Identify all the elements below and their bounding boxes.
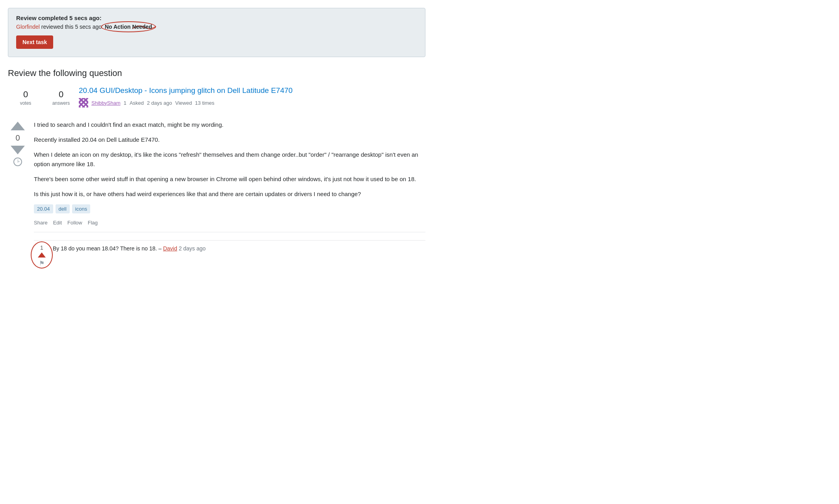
tags-container: 20.04dellicons (34, 204, 425, 213)
question-meta: ShibbySham 1 Asked 2 days ago Viewed 13 … (79, 98, 425, 107)
comment-vote-area: 1 ⚑ (34, 245, 50, 267)
post-vote-sidebar: 0 (8, 120, 28, 271)
comment-vote-count: 1 (40, 245, 43, 251)
post-para-3: When I delete an icon on my desktop, it'… (34, 150, 425, 169)
post-para-4: There's been some other weird stuff in t… (34, 174, 425, 184)
downvote-button[interactable] (11, 146, 25, 154)
question-block: 0 votes 0 answers 20.04 GUI/Desktop - Ic… (8, 86, 425, 114)
rep-number: 1 (124, 100, 126, 106)
asked-time: 2 days ago (147, 100, 172, 106)
votes-label: votes (20, 100, 32, 106)
viewed-label: Viewed (175, 100, 192, 106)
section-title: Review the following question (8, 68, 425, 78)
post-para-5: Is this just how it is, or have others h… (34, 189, 425, 199)
flag-link[interactable]: Flag (88, 220, 98, 226)
reviewer-name[interactable]: Glorfindel (16, 24, 40, 30)
share-link[interactable]: Share (34, 220, 48, 226)
comment-author[interactable]: David (163, 245, 177, 252)
review-line: Glorfindel reviewed this 5 secs ago: No … (16, 24, 417, 30)
no-action-needed-badge: No Action Needed (105, 24, 152, 30)
review-banner: Review completed 5 secs ago: Glorfindel … (8, 8, 425, 57)
comment-flag-button[interactable]: ⚑ (38, 259, 46, 267)
answers-label: answers (52, 100, 70, 106)
post-row: 0 I tried to search and I couldn't find … (8, 120, 425, 271)
post-para-1: I tried to search and I couldn't find an… (34, 120, 425, 130)
upvote-button[interactable] (11, 122, 25, 130)
post-para-2: Recently installed 20.04 on Dell Latitud… (34, 135, 425, 145)
vote-count: 0 (23, 89, 28, 100)
answers-count: 0 (59, 89, 63, 100)
post-body: I tried to search and I couldn't find an… (34, 120, 425, 271)
avatar (79, 98, 88, 107)
tag-20.04[interactable]: 20.04 (34, 204, 53, 213)
username-link[interactable]: ShibbySham (91, 100, 121, 106)
tag-icons[interactable]: icons (72, 204, 90, 213)
viewed-count: 13 times (195, 100, 214, 106)
comment-text: By 18 do you mean 18.04? There is no 18.… (53, 245, 425, 253)
follow-link[interactable]: Follow (67, 220, 82, 226)
question-content: 20.04 GUI/Desktop - Icons jumping glitch… (79, 86, 425, 114)
edit-link[interactable]: Edit (53, 220, 62, 226)
history-icon[interactable] (13, 158, 22, 166)
comment-body: By 18 do you mean 18.04? There is no 18.… (53, 245, 161, 252)
comment-time: 2 days ago (179, 245, 206, 252)
votes-col: 0 votes (8, 86, 43, 114)
answers-col: 0 answers (43, 86, 79, 114)
post-vote-count: 0 (15, 133, 20, 143)
question-title[interactable]: 20.04 GUI/Desktop - Icons jumping glitch… (79, 86, 425, 95)
comment-upvote-button[interactable] (38, 252, 46, 258)
tag-dell[interactable]: dell (56, 204, 70, 213)
comment-row: 1 ⚑ By 18 do you mean 18.04? There is no… (34, 240, 425, 271)
next-task-button[interactable]: Next task (16, 35, 53, 49)
post-actions: Share Edit Follow Flag (34, 220, 425, 232)
completed-title: Review completed 5 secs ago: (16, 15, 417, 21)
asked-label: Asked (130, 100, 144, 106)
